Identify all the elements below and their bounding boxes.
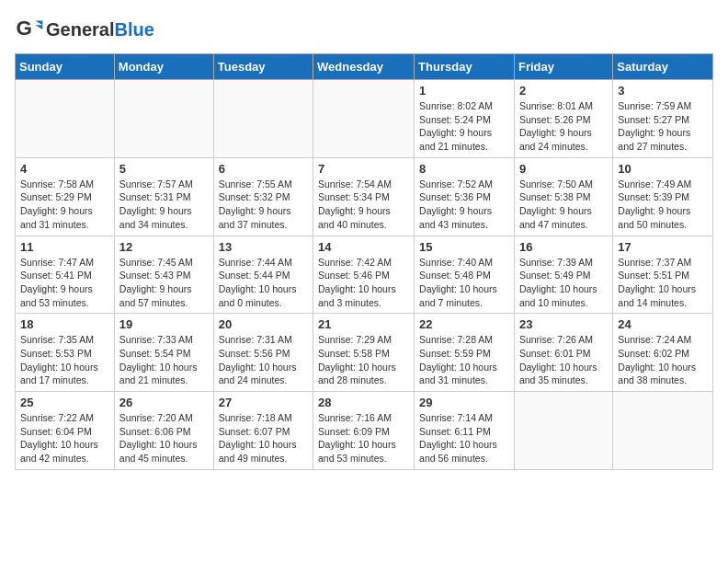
- calendar-cell: 6Sunrise: 7:55 AMSunset: 5:32 PMDaylight…: [213, 157, 313, 236]
- cell-content: Sunrise: 7:29 AMSunset: 5:58 PMDaylight:…: [318, 333, 409, 387]
- logo-icon: G: [15, 15, 44, 44]
- day-header-monday: Monday: [114, 54, 213, 80]
- day-header-wednesday: Wednesday: [313, 54, 415, 80]
- day-header-sunday: Sunday: [16, 54, 115, 80]
- calendar-cell: [613, 392, 713, 470]
- cell-content: Sunrise: 7:37 AMSunset: 5:51 PMDaylight:…: [618, 256, 708, 310]
- page-header: G GeneralBlue: [15, 15, 713, 44]
- cell-content: Sunrise: 7:40 AMSunset: 5:48 PMDaylight:…: [419, 256, 509, 310]
- calendar-cell: 12Sunrise: 7:45 AMSunset: 5:43 PMDayligh…: [114, 236, 213, 314]
- svg-marker-2: [35, 25, 42, 29]
- day-number: 15: [419, 240, 509, 254]
- calendar-cell: 15Sunrise: 7:40 AMSunset: 5:48 PMDayligh…: [415, 236, 515, 314]
- day-number: 29: [419, 396, 509, 409]
- calendar-header: SundayMondayTuesdayWednesdayThursdayFrid…: [16, 54, 713, 80]
- day-number: 20: [219, 317, 308, 331]
- logo-general: General: [46, 19, 114, 40]
- day-number: 16: [519, 240, 608, 254]
- day-number: 18: [20, 317, 109, 331]
- cell-content: Sunrise: 7:28 AMSunset: 5:59 PMDaylight:…: [419, 333, 509, 387]
- calendar-cell: 26Sunrise: 7:20 AMSunset: 6:06 PMDayligh…: [114, 392, 213, 470]
- cell-content: Sunrise: 7:22 AMSunset: 6:04 PMDaylight:…: [20, 411, 109, 465]
- day-header-saturday: Saturday: [613, 54, 713, 80]
- day-number: 17: [618, 240, 708, 254]
- calendar-cell: 18Sunrise: 7:35 AMSunset: 5:53 PMDayligh…: [16, 314, 115, 392]
- cell-content: Sunrise: 7:16 AMSunset: 6:09 PMDaylight:…: [318, 411, 409, 465]
- cell-content: Sunrise: 7:54 AMSunset: 5:34 PMDaylight:…: [318, 178, 409, 232]
- cell-content: Sunrise: 7:44 AMSunset: 5:44 PMDaylight:…: [219, 256, 308, 310]
- cell-content: Sunrise: 7:20 AMSunset: 6:06 PMDaylight:…: [119, 411, 209, 465]
- day-number: 19: [119, 317, 209, 331]
- cell-content: Sunrise: 7:45 AMSunset: 5:43 PMDaylight:…: [119, 256, 209, 310]
- day-number: 1: [419, 84, 509, 98]
- cell-content: Sunrise: 7:39 AMSunset: 5:49 PMDaylight:…: [519, 256, 608, 310]
- day-header-friday: Friday: [514, 54, 612, 80]
- day-number: 14: [318, 240, 409, 254]
- cell-content: Sunrise: 7:52 AMSunset: 5:36 PMDaylight:…: [419, 178, 509, 232]
- calendar-week-5: 25Sunrise: 7:22 AMSunset: 6:04 PMDayligh…: [16, 392, 713, 470]
- calendar-week-1: 1Sunrise: 8:02 AMSunset: 5:24 PMDaylight…: [16, 80, 713, 158]
- calendar-cell: 9Sunrise: 7:50 AMSunset: 5:38 PMDaylight…: [514, 157, 612, 236]
- day-number: 6: [219, 162, 308, 176]
- day-number: 10: [618, 162, 708, 176]
- calendar-cell: 4Sunrise: 7:58 AMSunset: 5:29 PMDaylight…: [16, 157, 115, 236]
- calendar-cell: 19Sunrise: 7:33 AMSunset: 5:54 PMDayligh…: [114, 314, 213, 392]
- cell-content: Sunrise: 8:02 AMSunset: 5:24 PMDaylight:…: [419, 99, 509, 154]
- cell-content: Sunrise: 7:50 AMSunset: 5:38 PMDaylight:…: [519, 178, 608, 232]
- day-number: 21: [318, 317, 409, 331]
- day-number: 11: [20, 240, 109, 254]
- calendar-cell: 14Sunrise: 7:42 AMSunset: 5:46 PMDayligh…: [313, 236, 415, 314]
- day-number: 3: [618, 84, 708, 98]
- calendar-cell: [213, 80, 313, 158]
- calendar-cell: 27Sunrise: 7:18 AMSunset: 6:07 PMDayligh…: [213, 392, 313, 470]
- logo: G GeneralBlue: [15, 15, 154, 44]
- day-number: 5: [119, 162, 209, 176]
- calendar-week-2: 4Sunrise: 7:58 AMSunset: 5:29 PMDaylight…: [16, 157, 713, 236]
- cell-content: Sunrise: 7:26 AMSunset: 6:01 PMDaylight:…: [519, 333, 608, 387]
- day-number: 28: [318, 396, 409, 409]
- calendar-cell: [16, 80, 115, 158]
- calendar-cell: 3Sunrise: 7:59 AMSunset: 5:27 PMDaylight…: [613, 80, 713, 158]
- day-header-thursday: Thursday: [415, 54, 515, 80]
- day-number: 24: [618, 317, 708, 331]
- day-number: 7: [318, 162, 409, 176]
- calendar-body: 1Sunrise: 8:02 AMSunset: 5:24 PMDaylight…: [16, 80, 713, 470]
- calendar-cell: [313, 80, 415, 158]
- calendar-cell: 16Sunrise: 7:39 AMSunset: 5:49 PMDayligh…: [514, 236, 612, 314]
- day-number: 25: [20, 396, 109, 409]
- cell-content: Sunrise: 7:59 AMSunset: 5:27 PMDaylight:…: [618, 99, 708, 154]
- calendar-cell: 7Sunrise: 7:54 AMSunset: 5:34 PMDaylight…: [313, 157, 415, 236]
- calendar-cell: [514, 392, 612, 470]
- day-number: 9: [519, 162, 608, 176]
- calendar-cell: 28Sunrise: 7:16 AMSunset: 6:09 PMDayligh…: [313, 392, 415, 470]
- cell-content: Sunrise: 7:35 AMSunset: 5:53 PMDaylight:…: [20, 333, 109, 387]
- day-number: 8: [419, 162, 509, 176]
- day-number: 23: [519, 317, 608, 331]
- day-number: 13: [219, 240, 308, 254]
- cell-content: Sunrise: 7:49 AMSunset: 5:39 PMDaylight:…: [618, 178, 708, 232]
- cell-content: Sunrise: 7:18 AMSunset: 6:07 PMDaylight:…: [219, 411, 308, 465]
- calendar-cell: [114, 80, 213, 158]
- calendar-cell: 23Sunrise: 7:26 AMSunset: 6:01 PMDayligh…: [514, 314, 612, 392]
- calendar-week-3: 11Sunrise: 7:47 AMSunset: 5:41 PMDayligh…: [16, 236, 713, 314]
- calendar-cell: 8Sunrise: 7:52 AMSunset: 5:36 PMDaylight…: [415, 157, 515, 236]
- logo-blue: Blue: [114, 19, 154, 40]
- calendar-cell: 20Sunrise: 7:31 AMSunset: 5:56 PMDayligh…: [213, 314, 313, 392]
- cell-content: Sunrise: 7:47 AMSunset: 5:41 PMDaylight:…: [20, 256, 109, 310]
- cell-content: Sunrise: 7:42 AMSunset: 5:46 PMDaylight:…: [318, 256, 409, 310]
- day-number: 4: [20, 162, 109, 176]
- day-number: 27: [219, 396, 308, 409]
- calendar-week-4: 18Sunrise: 7:35 AMSunset: 5:53 PMDayligh…: [16, 314, 713, 392]
- svg-marker-1: [35, 20, 42, 25]
- calendar-cell: 22Sunrise: 7:28 AMSunset: 5:59 PMDayligh…: [415, 314, 515, 392]
- calendar-cell: 2Sunrise: 8:01 AMSunset: 5:26 PMDaylight…: [514, 80, 612, 158]
- day-number: 22: [419, 317, 509, 331]
- calendar-cell: 1Sunrise: 8:02 AMSunset: 5:24 PMDaylight…: [415, 80, 515, 158]
- day-header-tuesday: Tuesday: [213, 54, 313, 80]
- calendar-cell: 29Sunrise: 7:14 AMSunset: 6:11 PMDayligh…: [415, 392, 515, 470]
- day-number: 26: [119, 396, 209, 409]
- cell-content: Sunrise: 8:01 AMSunset: 5:26 PMDaylight:…: [519, 99, 608, 154]
- calendar-cell: 21Sunrise: 7:29 AMSunset: 5:58 PMDayligh…: [313, 314, 415, 392]
- cell-content: Sunrise: 7:33 AMSunset: 5:54 PMDaylight:…: [119, 333, 209, 387]
- day-number: 2: [519, 84, 608, 98]
